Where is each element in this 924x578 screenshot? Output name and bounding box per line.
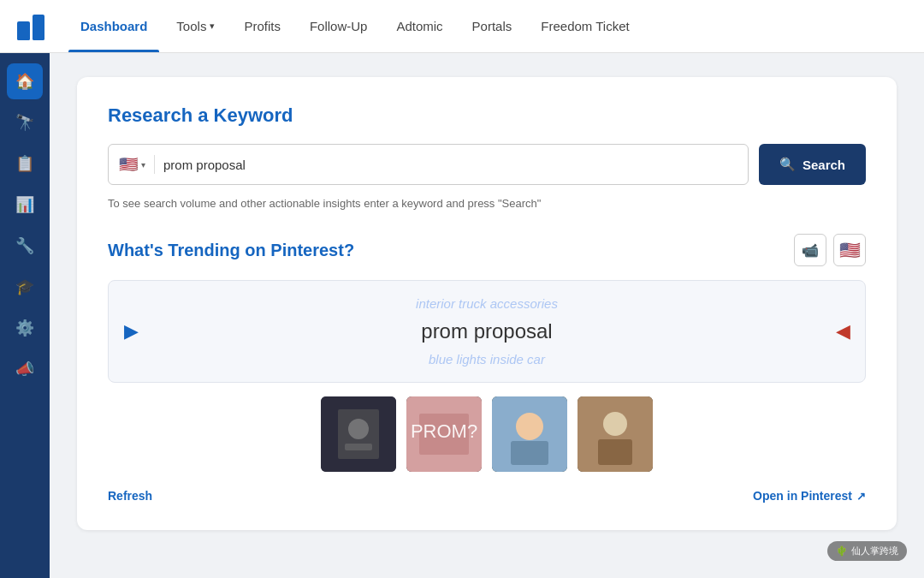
video-camera-icon: 📹 [802,242,819,259]
nav-item-portals[interactable]: Portals [460,0,524,52]
logo-icon [17,13,44,40]
logo-bar-3 [17,21,30,40]
carousel-prev-button[interactable]: ▶ [116,316,146,347]
home-icon: 🏠 [15,72,34,91]
pinterest-image-3[interactable] [492,396,567,472]
us-flag-icon: 🇺🇸 [119,155,138,174]
sidebar-item-wrench[interactable]: 🔧 [7,228,43,264]
nav-item-adtomic[interactable]: Adtomic [384,0,454,52]
nav-item-followup[interactable]: Follow-Up [298,0,380,52]
search-row: 🇺🇸 ▾ 🔍 Search [108,144,866,185]
nav-item-freedom-ticket[interactable]: Freedom Ticket [529,0,641,52]
external-link-icon: ↗ [856,490,866,503]
sidebar-item-chart[interactable]: 📊 [7,187,43,223]
top-nav: Dashboard Tools▾ Profits Follow-Up Adtom… [0,0,924,53]
carousel-next-item: blue lights inside car [429,352,545,366]
search-input-wrapper: 🇺🇸 ▾ [108,144,749,185]
nav-item-dashboard[interactable]: Dashboard [68,0,159,52]
trending-carousel: ▶ interior truck accessories prom propos… [108,280,866,383]
carousel-next-button[interactable]: ◀ [827,316,858,347]
megaphone-icon: 📣 [15,360,34,378]
open-pinterest-button[interactable]: Open in Pinterest ↗ [753,489,866,503]
nav-item-tools[interactable]: Tools▾ [164,0,227,52]
sidebar-item-megaphone[interactable]: 📣 [7,351,43,387]
refresh-button[interactable]: Refresh [108,489,152,503]
keyword-search-input[interactable] [163,158,737,172]
carousel-track: interior truck accessories prom proposal… [109,281,865,382]
sidebar-item-settings[interactable]: ⚙️ [7,310,43,346]
sidebar-item-list[interactable]: 📋 [7,146,43,182]
sidebar-item-home[interactable]: 🏠 [7,63,43,99]
carousel-prev-item: interior truck accessories [416,296,558,311]
search-hint: To see search volume and other actionabl… [108,197,866,210]
carousel-current-item: prom proposal [421,319,552,343]
svg-point-8 [516,413,543,440]
card-footer: Refresh Open in Pinterest ↗ [108,489,866,503]
pinterest-image-2[interactable]: PROM? [406,396,482,472]
pinterest-images-row: PROM? [108,396,866,472]
logo-bar-4 [33,15,45,40]
app-layout: 🏠 🔭 📋 📊 🔧 🎓 ⚙️ 📣 Research a Keyword [0,53,924,578]
us-flag-trending-icon: 🇺🇸 [839,240,861,260]
keyword-section-title: Research a Keyword [108,104,866,127]
trending-section-title: What's Trending on Pinterest? [108,241,354,260]
pinterest-image-4[interactable] [578,396,653,472]
list-icon: 📋 [15,154,34,173]
trending-header: What's Trending on Pinterest? 📹 🇺🇸 [108,234,866,266]
main-nav: Dashboard Tools▾ Profits Follow-Up Adtom… [68,0,642,52]
flag-chevron-icon: ▾ [141,160,145,170]
flag-icon-button[interactable]: 🇺🇸 [833,234,866,266]
country-selector-button[interactable]: 🇺🇸 ▾ [119,155,155,174]
svg-rect-12 [598,439,632,465]
logo [17,13,44,40]
nav-item-profits[interactable]: Profits [232,0,293,52]
chart-icon: 📊 [15,195,34,214]
search-icon: 🔍 [779,157,796,172]
svg-point-11 [603,412,627,436]
sidebar-item-education[interactable]: 🎓 [7,269,43,305]
svg-rect-3 [345,444,372,450]
wrench-icon: 🔧 [15,236,34,255]
svg-text:PROM?: PROM? [411,420,477,442]
main-card: Research a Keyword 🇺🇸 ▾ 🔍 Search To see … [77,77,897,530]
search-button[interactable]: 🔍 Search [759,144,866,185]
main-content: Research a Keyword 🇺🇸 ▾ 🔍 Search To see … [50,53,924,578]
trending-controls: 📹 🇺🇸 [794,234,866,266]
svg-point-2 [348,419,369,439]
education-icon: 🎓 [15,277,34,296]
sidebar-item-binoculars[interactable]: 🔭 [7,104,43,140]
watermark: 🌵 仙人掌跨境 [827,541,907,561]
video-icon-button[interactable]: 📹 [794,234,826,266]
pinterest-image-1[interactable] [321,396,396,472]
binoculars-icon: 🔭 [15,113,34,132]
settings-icon: ⚙️ [15,319,34,337]
sidebar: 🏠 🔭 📋 📊 🔧 🎓 ⚙️ 📣 [0,53,50,578]
svg-rect-9 [511,441,548,465]
